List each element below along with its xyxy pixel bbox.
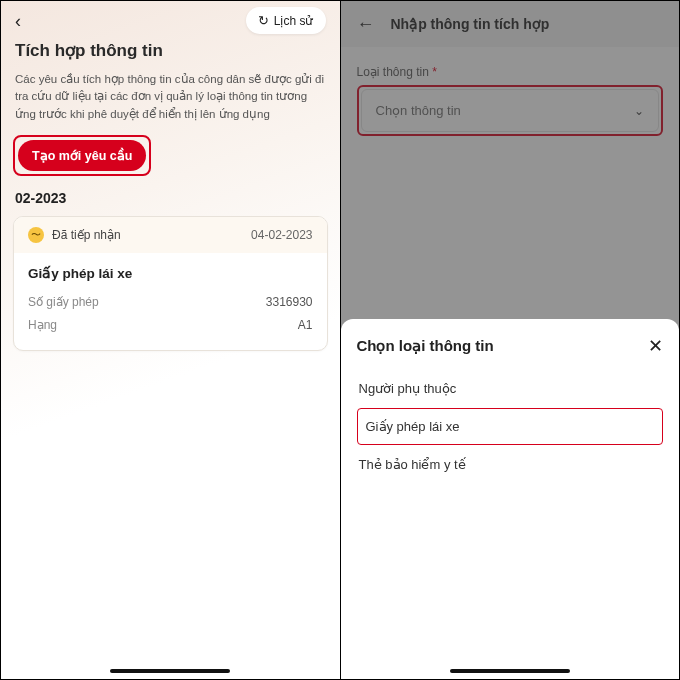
history-label: Lịch sử	[274, 14, 314, 28]
status: 〜 Đã tiếp nhận	[28, 227, 121, 243]
page-description: Các yêu cầu tích hợp thông tin của công …	[1, 71, 340, 135]
card-row: Hạng A1	[28, 314, 313, 337]
right-pane: ← Nhập thông tin tích hợp Loại thông tin…	[341, 1, 680, 679]
history-button[interactable]: ↻ Lịch sử	[246, 7, 326, 34]
home-indicator	[110, 669, 230, 673]
option-giay-phep-lai-xe[interactable]: Giấy phép lái xe	[357, 408, 664, 445]
row-value: 3316930	[266, 291, 313, 314]
card-row: Số giấy phép 3316930	[28, 291, 313, 314]
history-icon: ↻	[258, 13, 269, 28]
card-header: 〜 Đã tiếp nhận 04-02-2023	[14, 217, 327, 253]
status-icon: 〜	[28, 227, 44, 243]
create-button-wrap: Tạo mới yêu cầu	[1, 135, 340, 190]
row-key: Hạng	[28, 314, 57, 337]
left-header: ‹ ↻ Lịch sử	[1, 1, 340, 34]
row-value: A1	[298, 314, 313, 337]
home-indicator	[450, 669, 570, 673]
left-pane: ‹ ↻ Lịch sử Tích hợp thông tin Các yêu c…	[1, 1, 341, 679]
row-key: Số giấy phép	[28, 291, 99, 314]
card-body: Giấy phép lái xe Số giấy phép 3316930 Hạ…	[14, 253, 327, 351]
status-text: Đã tiếp nhận	[52, 228, 121, 242]
create-request-button[interactable]: Tạo mới yêu cầu	[18, 140, 146, 171]
bottom-sheet: Chọn loại thông tin ✕ Người phụ thuộc Gi…	[341, 319, 680, 679]
option-the-bao-hiem-y-te[interactable]: Thẻ bảo hiểm y tế	[357, 445, 664, 484]
request-card[interactable]: 〜 Đã tiếp nhận 04-02-2023 Giấy phép lái …	[13, 216, 328, 352]
card-title: Giấy phép lái xe	[28, 265, 313, 281]
option-nguoi-phu-thuoc[interactable]: Người phụ thuộc	[357, 369, 664, 408]
month-heading: 02-2023	[1, 190, 340, 216]
close-icon[interactable]: ✕	[648, 337, 663, 355]
card-date: 04-02-2023	[251, 228, 312, 242]
sheet-title: Chọn loại thông tin	[357, 337, 494, 355]
page-title: Tích hợp thông tin	[1, 34, 340, 71]
sheet-header: Chọn loại thông tin ✕	[357, 337, 664, 355]
create-button-highlight: Tạo mới yêu cầu	[13, 135, 151, 176]
back-icon[interactable]: ‹	[15, 12, 21, 30]
